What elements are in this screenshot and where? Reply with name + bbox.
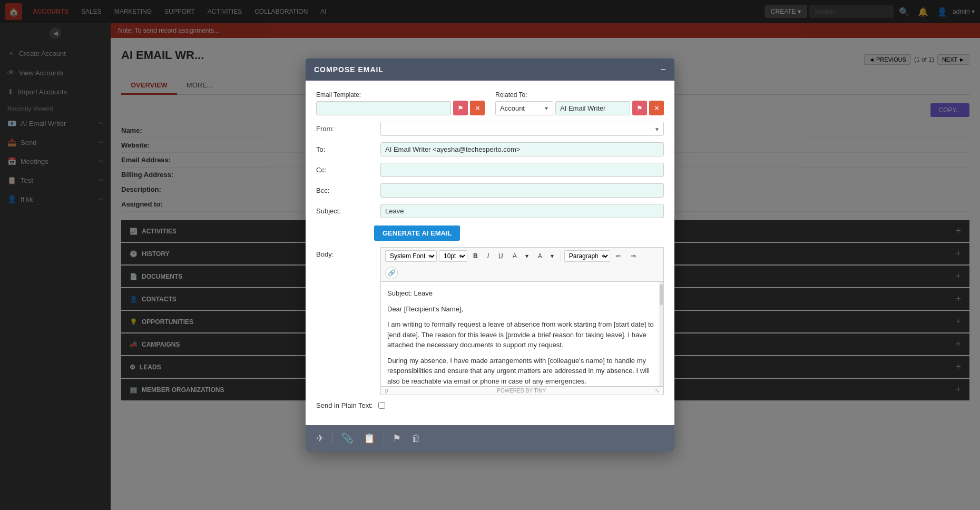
x-icon: ✕ — [475, 104, 481, 112]
subject-row: Subject: — [316, 204, 664, 218]
subject-input-wrap — [380, 204, 664, 218]
font-color-dropdown[interactable]: ▾ — [522, 251, 532, 261]
copy-footer-button[interactable]: 📋 — [361, 430, 377, 446]
related-value-input[interactable] — [555, 101, 630, 115]
font-color-wrap: A ▾ — [509, 251, 532, 261]
send-footer-icon: ✈ — [316, 433, 324, 444]
body-editor-wrap: System Font 10pt B I U A — [380, 247, 664, 395]
bcc-input-wrap — [380, 183, 664, 198]
indent-button[interactable]: ⇒ — [627, 251, 640, 261]
from-row: From: — [316, 122, 664, 136]
bcc-row: Bcc: — [316, 183, 664, 198]
link-toolbar: 🔗 — [380, 264, 664, 281]
toolbar-sep-1 — [561, 251, 561, 261]
paragraph-wrap: Paragraph — [564, 250, 610, 262]
font-family-wrap: System Font — [385, 250, 437, 262]
footer-sep-1 — [332, 432, 333, 445]
from-select[interactable] — [380, 122, 664, 136]
plain-text-label: Send in Plain Text: — [316, 401, 374, 409]
bcc-input[interactable] — [380, 183, 664, 198]
related-bookmark-button[interactable]: ⚑ — [632, 101, 647, 115]
x-icon-2: ✕ — [654, 104, 660, 112]
editor-scrollbar[interactable] — [659, 282, 663, 386]
related-type-select-wrap: Account — [495, 101, 553, 115]
powered-by-label: POWERED BY TINY — [497, 388, 546, 394]
send-footer-button[interactable]: ✈ — [314, 430, 326, 446]
related-clear-button[interactable]: ✕ — [649, 101, 664, 115]
template-related-row: Email Template: ⚑ ✕ Related To: — [316, 91, 664, 115]
outdent-button[interactable]: ⇐ — [612, 251, 625, 261]
attach-icon: 📎 — [341, 433, 353, 444]
to-row: To: — [316, 142, 664, 156]
trash-icon: 🗑 — [411, 433, 421, 444]
body-editor-container: Subject: Leave Dear [Recipient's Name], … — [380, 281, 664, 387]
body-para2: During my absence, I have made arrangeme… — [387, 356, 657, 387]
to-label: To: — [316, 142, 374, 153]
related-to-group: Related To: Account ⚑ ✕ — [495, 91, 664, 115]
highlight-wrap: A ▾ — [534, 251, 557, 261]
related-type-select[interactable]: Account — [495, 101, 553, 115]
plain-text-checkbox[interactable] — [378, 402, 385, 409]
related-input-row: Account ⚑ ✕ — [495, 101, 664, 115]
cc-row: Cc: — [316, 163, 664, 177]
highlight-button[interactable]: A — [534, 251, 546, 261]
compose-email-modal: COMPOSE EMAIL − Email Template: ⚑ ✕ — [306, 58, 674, 452]
to-input[interactable] — [380, 142, 664, 156]
font-size-select[interactable]: 10pt — [439, 250, 467, 262]
flag-icon: ⚑ — [393, 433, 401, 444]
bookmark-icon: ⚑ — [457, 104, 464, 112]
modal-overlay[interactable]: COMPOSE EMAIL − Email Template: ⚑ ✕ — [0, 0, 980, 510]
to-input-wrap — [380, 142, 664, 156]
bold-button[interactable]: B — [469, 251, 482, 261]
bookmark-icon-2: ⚑ — [636, 104, 643, 112]
font-family-select[interactable]: System Font — [385, 250, 437, 262]
paragraph-select[interactable]: Paragraph — [564, 250, 610, 262]
editor-footer: p POWERED BY TINY ⤡ — [380, 387, 664, 395]
body-editor[interactable]: Subject: Leave Dear [Recipient's Name], … — [381, 282, 663, 386]
email-template-input[interactable] — [316, 101, 451, 115]
font-size-wrap: 10pt — [439, 250, 467, 262]
cc-input[interactable] — [380, 163, 664, 177]
plain-text-row: Send in Plain Text: — [316, 401, 664, 409]
template-input-row: ⚑ ✕ — [316, 101, 485, 115]
italic-button[interactable]: I — [484, 251, 493, 261]
body-greeting: Dear [Recipient's Name], — [387, 304, 657, 315]
flag-footer-button[interactable]: ⚑ — [390, 430, 403, 446]
modal-header: COMPOSE EMAIL − — [306, 58, 674, 81]
from-select-wrap — [380, 122, 664, 136]
highlight-dropdown[interactable]: ▾ — [547, 251, 557, 261]
bcc-label: Bcc: — [316, 183, 374, 194]
from-label: From: — [316, 122, 374, 133]
generate-btn-wrap: GENERATE AI EMAIL — [374, 224, 664, 243]
subject-label: Subject: — [316, 204, 374, 215]
body-para1: I am writing to formally request a leave… — [387, 319, 657, 350]
scrollbar-thumb — [660, 284, 663, 305]
modal-body: Email Template: ⚑ ✕ Related To: — [306, 81, 674, 425]
subject-input[interactable] — [380, 204, 664, 218]
email-template-label: Email Template: — [316, 91, 485, 99]
template-clear-button[interactable]: ✕ — [470, 101, 485, 115]
body-toolbar: System Font 10pt B I U A — [380, 247, 664, 264]
email-template-group: Email Template: ⚑ ✕ — [316, 91, 485, 115]
template-bookmark-button[interactable]: ⚑ — [453, 101, 468, 115]
copy-icon: 📋 — [364, 433, 375, 444]
attach-footer-button[interactable]: 📎 — [339, 430, 355, 446]
body-label: Body: — [316, 247, 374, 258]
generate-ai-email-button[interactable]: GENERATE AI EMAIL — [374, 225, 460, 241]
trash-footer-button[interactable]: 🗑 — [409, 431, 423, 446]
font-color-button[interactable]: A — [509, 251, 521, 261]
body-row: Body: System Font 10pt — [316, 247, 664, 395]
modal-title: COMPOSE EMAIL — [314, 65, 384, 74]
editor-p-label: p — [385, 388, 388, 394]
footer-sep-2 — [384, 432, 384, 445]
body-subject-line: Subject: Leave — [387, 288, 657, 299]
cc-label: Cc: — [316, 163, 374, 174]
modal-footer: ✈ 📎 📋 ⚑ 🗑 — [306, 425, 674, 452]
resize-icon[interactable]: ⤡ — [655, 388, 659, 394]
modal-close-button[interactable]: − — [660, 65, 666, 74]
link-icon[interactable]: 🔗 — [385, 267, 398, 279]
related-to-label: Related To: — [495, 91, 664, 99]
underline-button[interactable]: U — [495, 251, 507, 261]
cc-input-wrap — [380, 163, 664, 177]
